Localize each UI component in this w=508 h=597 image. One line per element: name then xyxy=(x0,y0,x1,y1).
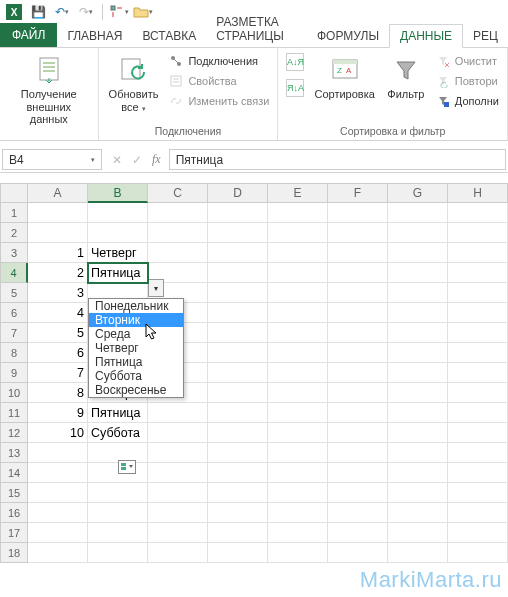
col-header-H[interactable]: H xyxy=(448,183,508,203)
cell-G9[interactable] xyxy=(388,363,448,383)
tab-insert[interactable]: ВСТАВКА xyxy=(132,25,206,47)
cell-E4[interactable] xyxy=(268,263,328,283)
cell-G5[interactable] xyxy=(388,283,448,303)
tab-file[interactable]: ФАЙЛ xyxy=(0,23,57,47)
cell-B17[interactable] xyxy=(88,523,148,543)
row-header-12[interactable]: 12 xyxy=(0,423,28,443)
cell-A2[interactable] xyxy=(28,223,88,243)
cell-F6[interactable] xyxy=(328,303,388,323)
cell-H13[interactable] xyxy=(448,443,508,463)
cell-F1[interactable] xyxy=(328,203,388,223)
cell-A5[interactable]: 3 xyxy=(28,283,88,303)
get-external-data-button[interactable]: Получение внешних данных xyxy=(6,52,92,128)
row-header-4[interactable]: 4 xyxy=(0,263,28,283)
row-header-3[interactable]: 3 xyxy=(0,243,28,263)
cell-F5[interactable] xyxy=(328,283,388,303)
touch-mode-icon[interactable]: ▾ xyxy=(109,2,129,22)
cell-D8[interactable] xyxy=(208,343,268,363)
sort-asc-button[interactable]: А↓Я xyxy=(284,52,306,72)
dropdown-item-0[interactable]: Понедельник xyxy=(89,299,183,313)
worksheet[interactable]: ABCDEFGH1231Четверг42Пятница5364758697Ср… xyxy=(0,183,508,563)
folder-open-icon[interactable]: ▾ xyxy=(133,2,153,22)
redo-icon[interactable]: ↷▾ xyxy=(76,2,96,22)
dropdown-item-5[interactable]: Суббота xyxy=(89,369,183,383)
cell-B12[interactable]: Суббота xyxy=(88,423,148,443)
cell-E13[interactable] xyxy=(268,443,328,463)
cell-A14[interactable] xyxy=(28,463,88,483)
cell-D16[interactable] xyxy=(208,503,268,523)
col-header-D[interactable]: D xyxy=(208,183,268,203)
cell-D18[interactable] xyxy=(208,543,268,563)
cell-H5[interactable] xyxy=(448,283,508,303)
cell-G1[interactable] xyxy=(388,203,448,223)
cell-C15[interactable] xyxy=(148,483,208,503)
row-header-9[interactable]: 9 xyxy=(0,363,28,383)
row-header-11[interactable]: 11 xyxy=(0,403,28,423)
cell-D1[interactable] xyxy=(208,203,268,223)
cell-B4[interactable]: Пятница xyxy=(88,263,148,283)
save-icon[interactable]: 💾 xyxy=(28,2,48,22)
cell-G10[interactable] xyxy=(388,383,448,403)
dropdown-item-2[interactable]: Среда xyxy=(89,327,183,341)
cell-F14[interactable] xyxy=(328,463,388,483)
row-header-16[interactable]: 16 xyxy=(0,503,28,523)
cell-C1[interactable] xyxy=(148,203,208,223)
cell-E1[interactable] xyxy=(268,203,328,223)
cell-E7[interactable] xyxy=(268,323,328,343)
cell-A11[interactable]: 9 xyxy=(28,403,88,423)
cell-D7[interactable] xyxy=(208,323,268,343)
cell-F11[interactable] xyxy=(328,403,388,423)
cell-D5[interactable] xyxy=(208,283,268,303)
select-all-corner[interactable] xyxy=(0,183,28,203)
cell-F8[interactable] xyxy=(328,343,388,363)
cell-G16[interactable] xyxy=(388,503,448,523)
cell-H10[interactable] xyxy=(448,383,508,403)
cell-D3[interactable] xyxy=(208,243,268,263)
cell-B15[interactable] xyxy=(88,483,148,503)
cell-E2[interactable] xyxy=(268,223,328,243)
col-header-A[interactable]: A xyxy=(28,183,88,203)
advanced-filter-button[interactable]: Дополни xyxy=(433,92,501,110)
cell-E17[interactable] xyxy=(268,523,328,543)
row-header-14[interactable]: 14 xyxy=(0,463,28,483)
cell-E14[interactable] xyxy=(268,463,328,483)
cell-D17[interactable] xyxy=(208,523,268,543)
edit-links-button[interactable]: Изменить связи xyxy=(166,92,271,110)
cell-A6[interactable]: 4 xyxy=(28,303,88,323)
cell-E15[interactable] xyxy=(268,483,328,503)
row-header-8[interactable]: 8 xyxy=(0,343,28,363)
cell-D15[interactable] xyxy=(208,483,268,503)
cell-E18[interactable] xyxy=(268,543,328,563)
cell-H11[interactable] xyxy=(448,403,508,423)
cell-B11[interactable]: Пятница xyxy=(88,403,148,423)
dropdown-item-1[interactable]: Вторник xyxy=(89,313,183,327)
cell-A12[interactable]: 10 xyxy=(28,423,88,443)
dropdown-item-3[interactable]: Четверг xyxy=(89,341,183,355)
cell-A17[interactable] xyxy=(28,523,88,543)
row-header-13[interactable]: 13 xyxy=(0,443,28,463)
cell-E5[interactable] xyxy=(268,283,328,303)
row-header-6[interactable]: 6 xyxy=(0,303,28,323)
cell-A15[interactable] xyxy=(28,483,88,503)
cell-G13[interactable] xyxy=(388,443,448,463)
tab-layout[interactable]: РАЗМЕТКА СТРАНИЦЫ xyxy=(206,11,307,47)
cell-E10[interactable] xyxy=(268,383,328,403)
cell-C3[interactable] xyxy=(148,243,208,263)
cell-D14[interactable] xyxy=(208,463,268,483)
cell-E3[interactable] xyxy=(268,243,328,263)
undo-icon[interactable]: ↶▾ xyxy=(52,2,72,22)
cell-A18[interactable] xyxy=(28,543,88,563)
cell-B2[interactable] xyxy=(88,223,148,243)
enter-icon[interactable]: ✓ xyxy=(132,153,142,167)
cell-C17[interactable] xyxy=(148,523,208,543)
cell-C13[interactable] xyxy=(148,443,208,463)
cell-B3[interactable]: Четверг xyxy=(88,243,148,263)
cell-F17[interactable] xyxy=(328,523,388,543)
cell-B16[interactable] xyxy=(88,503,148,523)
fx-icon[interactable]: fx xyxy=(152,152,161,167)
cell-E12[interactable] xyxy=(268,423,328,443)
cell-H8[interactable] xyxy=(448,343,508,363)
name-box[interactable]: B4 ▾ xyxy=(2,149,102,170)
cell-G7[interactable] xyxy=(388,323,448,343)
cell-G17[interactable] xyxy=(388,523,448,543)
